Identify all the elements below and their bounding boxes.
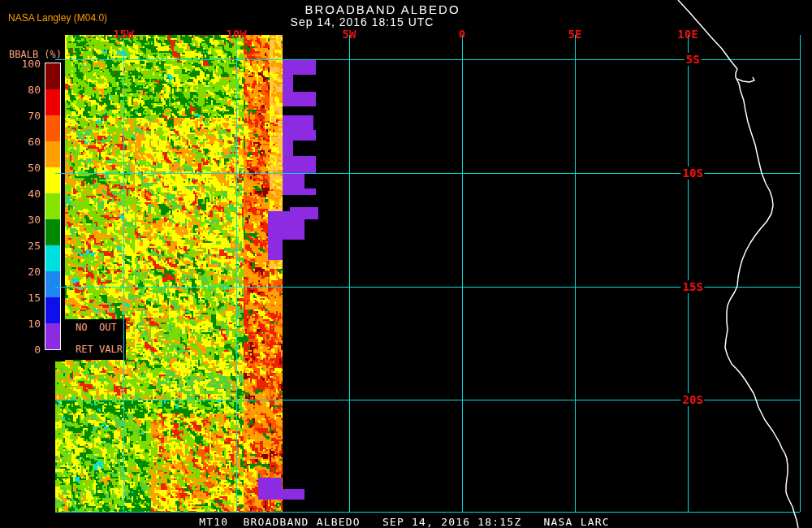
map-overlay: [0, 0, 812, 528]
albedo-map-view: NOOUTRETVALR NASA Langley (M04.0) BROADB…: [0, 0, 812, 528]
congo-river: [736, 77, 754, 82]
